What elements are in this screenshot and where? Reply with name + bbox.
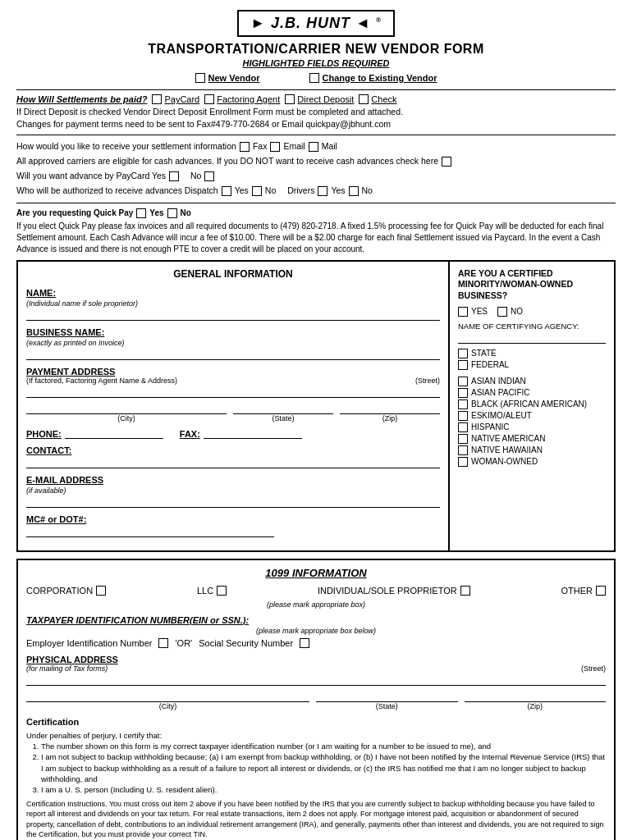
- llc-checkbox[interactable]: [217, 586, 227, 596]
- quickpay-no-checkbox[interactable]: [167, 208, 177, 218]
- native-hawaiian-item[interactable]: NATIVE HAWAIIAN: [458, 445, 606, 455]
- quickpay-yes-checkbox[interactable]: [136, 208, 146, 218]
- logo-arrow-right: ◄: [355, 15, 371, 31]
- quickpay-row: Are you requesting Quick Pay Yes No: [16, 208, 616, 219]
- name-input[interactable]: [26, 309, 440, 321]
- paycard-advance-label: Will you want advance by PayCard Yes: [16, 169, 166, 184]
- ssn-checkbox[interactable]: [300, 638, 309, 648]
- business-input[interactable]: [26, 349, 440, 360]
- corporation-checkbox[interactable]: [96, 586, 106, 596]
- asian-indian-checkbox[interactable]: [458, 377, 468, 386]
- state-federal-row: STATE FEDERAL: [458, 349, 606, 370]
- cash-advance-row: All approved carriers are eligible for c…: [16, 154, 616, 169]
- phys-city-input[interactable]: [26, 691, 309, 702]
- corporation-option[interactable]: CORPORATION: [26, 586, 106, 596]
- dispatch-checkbox[interactable]: [222, 186, 231, 196]
- city-input[interactable]: [26, 403, 227, 414]
- sole-proprietor-option[interactable]: INDIVIDUAL/SOLE PROPRIETOR: [318, 586, 470, 596]
- factoring-option[interactable]: Factoring Agent: [204, 94, 280, 104]
- physical-city-state-zip: (City) (State) (Zip): [26, 689, 606, 710]
- physical-address-input[interactable]: [26, 674, 606, 686]
- no-advance-checkbox[interactable]: [442, 157, 451, 167]
- black-african-checkbox[interactable]: [458, 399, 468, 409]
- federal-option[interactable]: FEDERAL: [458, 360, 606, 370]
- other-checkbox[interactable]: [596, 586, 606, 596]
- eskimo-checkbox[interactable]: [458, 411, 468, 421]
- native-hawaiian-checkbox[interactable]: [458, 445, 468, 455]
- change-vendor-option[interactable]: Change to Existing Vendor: [309, 73, 437, 83]
- direct-deposit-option[interactable]: Direct Deposit: [285, 94, 354, 104]
- minority-no-checkbox[interactable]: [497, 307, 507, 317]
- other-label: OTHER: [561, 586, 593, 596]
- state-input[interactable]: [233, 403, 333, 414]
- logo-section: ► J.B. HUNT ◄ ®: [16, 10, 616, 37]
- email-input[interactable]: [26, 496, 440, 508]
- state-checkbox[interactable]: [458, 349, 468, 358]
- minority-no-option[interactable]: NO: [497, 307, 523, 317]
- hispanic-item[interactable]: HISPANIC: [458, 422, 606, 432]
- other-option[interactable]: OTHER: [561, 586, 606, 596]
- zip-input[interactable]: [340, 403, 440, 414]
- quickpay-section: Are you requesting Quick Pay Yes No If y…: [16, 208, 616, 255]
- phys-state-label: (State): [316, 702, 458, 710]
- cert-body: Under penalties of perjury, I certify th…: [26, 730, 606, 840]
- contact-field: CONTACT:: [26, 445, 440, 468]
- drivers-yes-checkbox[interactable]: [318, 186, 327, 196]
- black-african-item[interactable]: BLACK (AFRICAN AMERICAN): [458, 399, 606, 409]
- new-vendor-option[interactable]: New Vendor: [195, 73, 260, 83]
- change-vendor-label: Change to Existing Vendor: [323, 73, 437, 83]
- black-african-label: BLACK (AFRICAN AMERICAN): [471, 399, 587, 409]
- contact-input[interactable]: [26, 457, 440, 468]
- paycard-option[interactable]: PayCard: [152, 94, 199, 104]
- sole-proprietor-checkbox[interactable]: [460, 586, 470, 596]
- fax-input[interactable]: [204, 429, 302, 439]
- paycard-checkbox[interactable]: [152, 94, 162, 104]
- phone-input[interactable]: [65, 429, 163, 439]
- advance-no-checkbox[interactable]: [204, 171, 214, 181]
- payment-address-input[interactable]: [26, 386, 440, 398]
- minority-yes-option[interactable]: YES: [458, 307, 488, 317]
- ein-checkbox[interactable]: [158, 638, 168, 648]
- city-state-zip-row: (City) (State) (Zip): [26, 401, 440, 422]
- federal-checkbox[interactable]: [458, 360, 468, 370]
- direct-deposit-checkbox[interactable]: [285, 94, 295, 104]
- woman-owned-item[interactable]: WOMAN-OWNED: [458, 457, 606, 467]
- asian-pacific-item[interactable]: ASIAN PACIFIC: [458, 388, 606, 398]
- hispanic-checkbox[interactable]: [458, 422, 468, 432]
- state-option[interactable]: STATE: [458, 349, 606, 358]
- check-option[interactable]: Check: [359, 94, 396, 104]
- check-checkbox[interactable]: [359, 94, 369, 104]
- sole-proprietor-label: INDIVIDUAL/SOLE PROPRIETOR: [318, 586, 457, 596]
- general-info-title: GENERAL INFORMATION: [26, 268, 440, 280]
- fax-checkbox[interactable]: [240, 142, 250, 152]
- factoring-checkbox[interactable]: [204, 94, 214, 104]
- eskimo-label: ESKIMO/ALEUT: [471, 411, 532, 420]
- native-american-item[interactable]: NATIVE AMERICAN: [458, 434, 606, 444]
- tax-section: 1099 INFORMATION CORPORATION LLC INDIVID…: [16, 559, 616, 840]
- certifying-input[interactable]: [458, 332, 606, 344]
- physical-sub: (for mailing of Tax forms): [26, 664, 108, 673]
- contact-label: CONTACT:: [26, 445, 440, 455]
- cash-advance-label: All approved carriers are eligible for c…: [16, 154, 438, 169]
- eskimo-item[interactable]: ESKIMO/ALEUT: [458, 411, 606, 421]
- dispatch-no-checkbox[interactable]: [252, 186, 262, 196]
- asian-indian-item[interactable]: ASIAN INDIAN: [458, 377, 606, 386]
- business-name-field: BUSINESS NAME: (exactly as printed on In…: [26, 327, 440, 360]
- phys-zip-input[interactable]: [465, 691, 607, 702]
- llc-label: LLC: [197, 586, 213, 596]
- phys-state-input[interactable]: [316, 691, 458, 702]
- drivers-no-checkbox[interactable]: [349, 186, 359, 196]
- entity-type-row: CORPORATION LLC INDIVIDUAL/SOLE PROPRIET…: [26, 586, 606, 596]
- native-american-checkbox[interactable]: [458, 434, 468, 444]
- email-checkbox[interactable]: [270, 142, 280, 152]
- mc-input[interactable]: [26, 526, 274, 537]
- woman-owned-checkbox[interactable]: [458, 457, 468, 467]
- mail-checkbox[interactable]: [309, 142, 318, 152]
- change-vendor-checkbox[interactable]: [309, 73, 319, 83]
- advance-yes-checkbox[interactable]: [169, 171, 179, 181]
- llc-option[interactable]: LLC: [197, 586, 227, 596]
- company-logo: ► J.B. HUNT ◄ ®: [237, 10, 395, 37]
- minority-yes-checkbox[interactable]: [458, 307, 468, 317]
- asian-pacific-checkbox[interactable]: [458, 388, 468, 398]
- new-vendor-checkbox[interactable]: [195, 73, 205, 83]
